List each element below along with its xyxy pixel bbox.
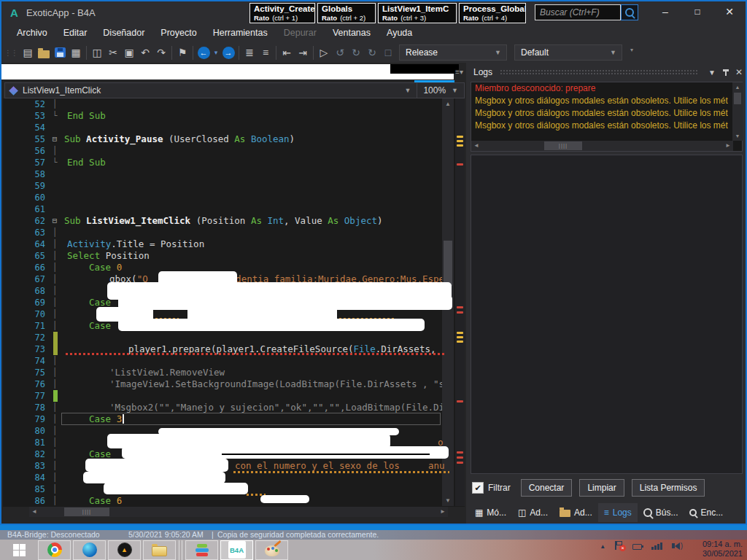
code-line[interactable]: 77│: [3, 390, 442, 402]
header-tab-process_globals[interactable]: Process_GlobalsRato(ctrl + 4): [459, 3, 526, 23]
code-line[interactable]: 55⊟Sub Activity_Pause (UserClosed As Boo…: [3, 133, 442, 145]
pin-icon[interactable]: [722, 69, 729, 77]
chrome-app[interactable]: [38, 540, 71, 560]
code-line[interactable]: 65│Select Position: [3, 250, 442, 262]
network-signal-icon[interactable]: [651, 542, 662, 550]
panel-tab-mó[interactable]: ▦Mó...: [469, 503, 512, 522]
menu-item-herramientas[interactable]: Herramientas: [205, 25, 276, 41]
scroll-right-icon[interactable]: ►: [438, 507, 448, 517]
close-button[interactable]: ✕: [713, 1, 746, 22]
header-tab-globals[interactable]: GlobalsRato(ctrl + 2): [317, 3, 376, 23]
log-error-entry[interactable]: Miembro desconocido: prepare: [471, 82, 728, 95]
code-line[interactable]: 58: [3, 168, 442, 180]
menu-item-ventanas[interactable]: Ventanas: [325, 25, 379, 41]
scroll-up-icon[interactable]: ▲: [732, 82, 743, 92]
copy-icon[interactable]: ◫: [89, 44, 105, 61]
paint-app[interactable]: [255, 540, 288, 560]
save-icon[interactable]: [52, 44, 68, 61]
taskbar-clock[interactable]: 09:14 a. m. 30/05/2021: [703, 540, 743, 559]
redo-icon[interactable]: ↷: [153, 44, 169, 61]
action-center-icon[interactable]: ×: [615, 541, 623, 550]
profile-select[interactable]: Default ▼: [514, 44, 622, 61]
panel-tab-logs[interactable]: ≡Logs: [598, 503, 638, 522]
sync-libraries-icon[interactable]: ↻: [364, 44, 380, 61]
code-text[interactable]: [60, 122, 442, 133]
code-text[interactable]: [60, 203, 442, 215]
code-text[interactable]: 'ListView1.RemoveView: [60, 367, 442, 378]
code-line[interactable]: 53└End Sub: [3, 110, 442, 122]
volume-icon[interactable]: ): [672, 542, 683, 550]
code-line[interactable]: 79│Case 3: [3, 413, 442, 425]
log-vertical-scrollbar[interactable]: ▲ ▼: [732, 82, 743, 141]
permissions-list-button[interactable]: Lista Permisos: [632, 479, 705, 497]
sub-selector-bar[interactable]: ListView1_ItemClick ▼ 100% ▼: [4, 82, 465, 98]
panel-tab-ad[interactable]: ◫Ad...: [512, 503, 554, 522]
header-tab-listview1_itemc[interactable]: ListView1_ItemCRato(ctrl + 3): [378, 3, 457, 23]
b4a-app[interactable]: B4A: [220, 540, 253, 560]
scroll-down-icon[interactable]: ▼: [442, 495, 454, 506]
log-detail-area[interactable]: [471, 155, 743, 474]
code-line[interactable]: 61: [3, 203, 442, 215]
tray-expand-icon[interactable]: ▲: [600, 543, 605, 550]
logs-panel-titlebar[interactable]: Logs ▼ ✕: [468, 64, 746, 80]
panel-tab-bús[interactable]: Bús...: [638, 503, 684, 522]
code-line[interactable]: 74│: [3, 355, 442, 367]
vertical-scroll-thumb[interactable]: [444, 241, 452, 286]
open-project-icon[interactable]: [36, 44, 52, 61]
code-line[interactable]: 72│: [3, 332, 442, 343]
menu-item-proyecto[interactable]: Proyecto: [152, 25, 204, 41]
horizontal-scroll-thumb[interactable]: ||||: [64, 508, 109, 516]
export-icon[interactable]: ▦: [68, 44, 84, 61]
chevron-down-icon[interactable]: ▼: [398, 87, 417, 94]
log-warning-entry[interactable]: Msgbox y otros diálogos modales están ob…: [471, 95, 728, 107]
code-line[interactable]: 59: [3, 180, 442, 192]
code-line[interactable]: 75│'ListView1.RemoveView: [3, 367, 442, 378]
code-text[interactable]: Sub Activity_Pause (UserClosed As Boolea…: [60, 133, 442, 145]
code-text[interactable]: Case 0: [60, 262, 442, 273]
code-text[interactable]: Activity.Title = Position: [60, 238, 442, 250]
code-line[interactable]: 64│Activity.Title = Position: [3, 238, 442, 250]
code-text[interactable]: [60, 332, 442, 343]
scroll-up-icon[interactable]: ▲: [442, 98, 454, 109]
build-configuration-select[interactable]: Release ▼: [399, 44, 507, 61]
code-text[interactable]: End Sub: [60, 157, 442, 168]
compile-icon[interactable]: ↻: [348, 44, 364, 61]
undo-icon[interactable]: ↶: [137, 44, 153, 61]
stop-icon[interactable]: □: [380, 44, 396, 61]
code-line[interactable]: 56│: [3, 145, 442, 157]
code-text[interactable]: [60, 355, 442, 367]
battery-icon[interactable]: [632, 544, 642, 550]
code-text[interactable]: [60, 390, 442, 402]
code-text[interactable]: 'ImageView1.SetBackgroundImage(LoadBitma…: [60, 378, 442, 390]
indent-icon[interactable]: ⇥: [295, 44, 311, 61]
edge-app[interactable]: [73, 540, 106, 560]
code-text[interactable]: [60, 145, 442, 157]
code-text[interactable]: Case 3: [60, 413, 442, 425]
scroll-left-icon[interactable]: ◄: [471, 141, 481, 151]
code-line[interactable]: 57└End Sub: [3, 157, 442, 168]
toolbar-grip[interactable]: ⋮⋮: [4, 49, 18, 57]
code-area[interactable]: 52│53└End Sub5455⊟Sub Activity_Pause (Us…: [3, 98, 465, 507]
menu-item-editar[interactable]: Editar: [55, 25, 96, 41]
toolbar-overflow-icon[interactable]: ▾: [630, 47, 633, 53]
bluestacks-app[interactable]: [185, 540, 218, 560]
code-text[interactable]: End Sub: [60, 110, 442, 122]
code-line[interactable]: 76│'ImageView1.SetBackgroundImage(LoadBi…: [3, 378, 442, 390]
search-box[interactable]: [535, 4, 621, 20]
code-text[interactable]: Sub ListView1_ItemClick (Position As Int…: [60, 215, 442, 227]
aimp-app[interactable]: ▲: [108, 540, 141, 560]
tab-overflow-icon[interactable]: ≡▾: [453, 65, 465, 79]
log-warning-entry[interactable]: Msgbox y otros diálogos modales están ob…: [471, 120, 728, 132]
vertical-scroll-thumb[interactable]: [734, 93, 741, 104]
editor-zoom-select[interactable]: 100% ▼: [417, 83, 464, 98]
code-text[interactable]: [60, 227, 442, 238]
maximize-button[interactable]: □: [681, 1, 713, 22]
clear-button[interactable]: Limpiar: [579, 479, 624, 497]
run-icon[interactable]: ▷: [316, 44, 332, 61]
cut-icon[interactable]: ✂: [105, 44, 121, 61]
minimize-button[interactable]: –: [649, 1, 681, 22]
code-line[interactable]: 54: [3, 122, 442, 133]
back-history-caret-icon[interactable]: ▾: [212, 44, 220, 61]
code-line[interactable]: 60: [3, 192, 442, 203]
fold-collapse-icon[interactable]: ⊟: [50, 133, 60, 145]
